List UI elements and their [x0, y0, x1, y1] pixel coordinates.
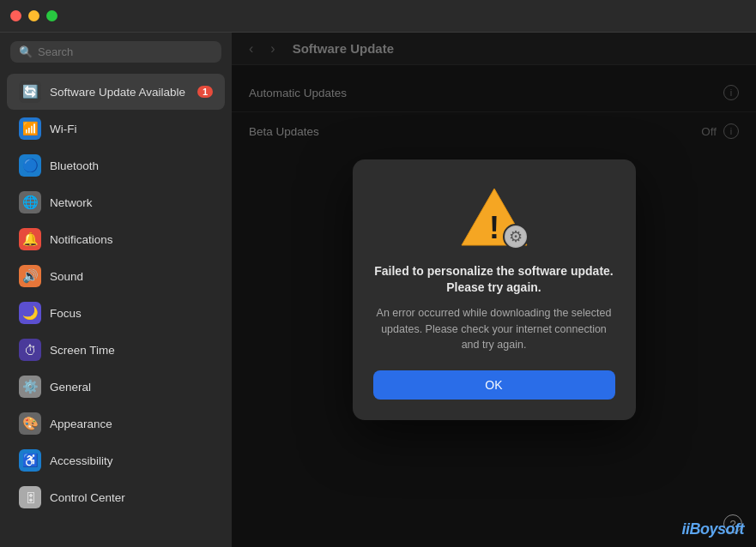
sidebar: 🔍 🔄Software Update Available1📶Wi-Fi🔵Blue… [0, 33, 232, 547]
sidebar-item-control[interactable]: 🎛Control Center [7, 479, 225, 515]
sidebar-item-label: Sound [50, 270, 83, 283]
sidebar-item-notifications[interactable]: 🔔Notifications [7, 221, 225, 257]
sidebar-item-focus[interactable]: 🌙Focus [7, 295, 225, 331]
general-icon: ⚙️ [19, 376, 41, 398]
sidebar-item-accessibility[interactable]: ♿Accessibility [7, 442, 225, 478]
sidebar-item-label: Wi-Fi [50, 123, 76, 135]
dialog-title: Failed to personalize the software updat… [373, 263, 615, 297]
minimize-button[interactable] [28, 10, 39, 21]
sidebar-item-label: Control Center [50, 491, 125, 504]
sidebar-items-container: 🔄Software Update Available1📶Wi-Fi🔵Blueto… [0, 73, 232, 516]
accessibility-icon: ♿ [19, 449, 41, 472]
sidebar-badge: 1 [197, 86, 213, 98]
error-dialog: ! ⚙ Failed to personalize the software u… [353, 159, 636, 420]
sidebar-item-sound[interactable]: 🔊Sound [7, 258, 225, 294]
sidebar-item-wifi[interactable]: 📶Wi-Fi [7, 111, 225, 147]
traffic-lights [10, 10, 57, 21]
dialog-overlay: ! ⚙ Failed to personalize the software u… [232, 33, 756, 547]
main-layout: 🔍 🔄Software Update Available1📶Wi-Fi🔵Blue… [0, 33, 756, 547]
ok-button[interactable]: OK [373, 370, 615, 400]
svg-text:!: ! [489, 210, 499, 245]
sidebar-item-label: Software Update Available [50, 86, 185, 99]
sidebar-item-screen-time[interactable]: ⏱Screen Time [7, 332, 225, 368]
focus-icon: 🌙 [19, 302, 41, 324]
wifi-icon: 📶 [19, 117, 41, 140]
sidebar-item-bluetooth[interactable]: 🔵Bluetooth [7, 147, 225, 183]
software-update-icon: 🔄 [19, 81, 41, 103]
sidebar-item-network[interactable]: 🌐Network [7, 184, 225, 220]
sidebar-item-appearance[interactable]: 🎨Appearance [7, 406, 225, 442]
sidebar-item-software-update[interactable]: 🔄Software Update Available1 [7, 74, 225, 110]
close-button[interactable] [10, 10, 21, 21]
sidebar-item-label: Screen Time [50, 344, 115, 357]
titlebar [0, 0, 756, 33]
network-icon: 🌐 [19, 191, 41, 213]
main-content: ‹ › Software Update Automatic UpdatesiBe… [232, 33, 756, 547]
sidebar-item-label: Network [50, 196, 93, 209]
maximize-button[interactable] [46, 10, 57, 21]
sidebar-item-label: Bluetooth [50, 159, 99, 172]
control-icon: 🎛 [19, 486, 41, 508]
appearance-icon: 🎨 [19, 412, 41, 435]
sidebar-item-label: General [50, 381, 91, 394]
sidebar-item-general[interactable]: ⚙️General [7, 369, 225, 405]
sidebar-item-label: Notifications [50, 233, 113, 246]
bluetooth-icon: 🔵 [19, 154, 41, 177]
search-bar[interactable]: 🔍 [10, 41, 221, 63]
sidebar-item-label: Accessibility [50, 454, 113, 467]
screen-time-icon: ⏱ [19, 339, 41, 361]
notifications-icon: 🔔 [19, 228, 41, 250]
sidebar-item-label: Focus [50, 307, 82, 320]
sound-icon: 🔊 [19, 265, 41, 287]
gear-icon: ⚙ [503, 224, 529, 249]
search-icon: 🔍 [19, 45, 33, 58]
search-input[interactable] [38, 45, 213, 58]
dialog-icon: ! ⚙ [460, 185, 529, 249]
sidebar-item-label: Appearance [50, 418, 112, 430]
watermark: iiBoysoft [681, 520, 744, 538]
dialog-message: An error occurred while downloading the … [373, 305, 615, 353]
